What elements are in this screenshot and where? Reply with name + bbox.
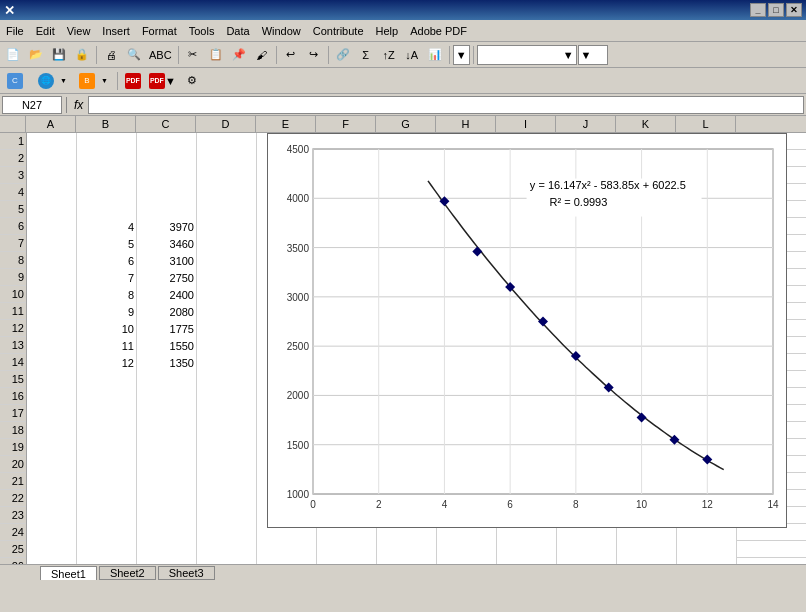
col-header-l[interactable]: L bbox=[676, 116, 736, 132]
cell-b7[interactable]: 5 bbox=[77, 235, 137, 252]
col-header-i[interactable]: I bbox=[496, 116, 556, 132]
cell-d3[interactable] bbox=[197, 167, 257, 184]
cell-a17[interactable] bbox=[27, 405, 77, 422]
cell-l26[interactable] bbox=[677, 558, 737, 564]
cell-a7[interactable] bbox=[27, 235, 77, 252]
row-num-18[interactable]: 18 bbox=[0, 422, 26, 439]
cell-d6[interactable] bbox=[197, 218, 257, 235]
cell-c25[interactable] bbox=[137, 541, 197, 558]
cell-c4[interactable] bbox=[137, 184, 197, 201]
cell-c14[interactable]: 1350 bbox=[137, 354, 197, 371]
cell-b6[interactable]: 4 bbox=[77, 218, 137, 235]
cell-d10[interactable] bbox=[197, 286, 257, 303]
cell-c23[interactable] bbox=[137, 507, 197, 524]
cell-b22[interactable] bbox=[77, 490, 137, 507]
row-num-4[interactable]: 4 bbox=[0, 184, 26, 201]
cell-d25[interactable] bbox=[197, 541, 257, 558]
format-painter[interactable]: 🖌 bbox=[251, 44, 273, 66]
cell-d23[interactable] bbox=[197, 507, 257, 524]
formula-input[interactable] bbox=[88, 96, 804, 114]
menu-help[interactable]: Help bbox=[370, 20, 405, 41]
new-button[interactable]: 📄 bbox=[2, 44, 24, 66]
cell-k26[interactable] bbox=[617, 558, 677, 564]
row-num-2[interactable]: 2 bbox=[0, 150, 26, 167]
open-in-contribute-button[interactable]: C bbox=[2, 70, 31, 92]
cell-d22[interactable] bbox=[197, 490, 257, 507]
row-num-17[interactable]: 17 bbox=[0, 405, 26, 422]
cell-d9[interactable] bbox=[197, 269, 257, 286]
cell-c10[interactable]: 2400 bbox=[137, 286, 197, 303]
open-button[interactable]: 📂 bbox=[25, 44, 47, 66]
cell-b12[interactable]: 10 bbox=[77, 320, 137, 337]
cell-d13[interactable] bbox=[197, 337, 257, 354]
menu-file[interactable]: File bbox=[0, 20, 30, 41]
row-num-7[interactable]: 7 bbox=[0, 235, 26, 252]
cell-d14[interactable] bbox=[197, 354, 257, 371]
cell-c5[interactable] bbox=[137, 201, 197, 218]
row-num-8[interactable]: 8 bbox=[0, 252, 26, 269]
zoom-dropdown[interactable]: ▼ bbox=[453, 45, 470, 65]
cell-a16[interactable] bbox=[27, 388, 77, 405]
cell-d8[interactable] bbox=[197, 252, 257, 269]
cell-f26[interactable] bbox=[317, 558, 377, 564]
pdf-button2[interactable]: PDF ▼ bbox=[146, 70, 179, 92]
cell-a6[interactable] bbox=[27, 218, 77, 235]
cell-d7[interactable] bbox=[197, 235, 257, 252]
publish-website-button[interactable]: 🌐 ▼ bbox=[33, 70, 72, 92]
cell-c1[interactable] bbox=[137, 133, 197, 150]
cell-c19[interactable] bbox=[137, 439, 197, 456]
name-box[interactable]: N27 bbox=[2, 96, 62, 114]
col-header-k[interactable]: K bbox=[616, 116, 676, 132]
menu-edit[interactable]: Edit bbox=[30, 20, 61, 41]
cell-k25[interactable] bbox=[617, 541, 677, 558]
col-header-e[interactable]: E bbox=[256, 116, 316, 132]
row-num-24[interactable]: 24 bbox=[0, 524, 26, 541]
cell-a9[interactable] bbox=[27, 269, 77, 286]
menu-data[interactable]: Data bbox=[220, 20, 255, 41]
cell-b18[interactable] bbox=[77, 422, 137, 439]
col-header-h[interactable]: H bbox=[436, 116, 496, 132]
cell-d26[interactable] bbox=[197, 558, 257, 564]
row-num-23[interactable]: 23 bbox=[0, 507, 26, 524]
cell-c24[interactable] bbox=[137, 524, 197, 541]
cell-c12[interactable]: 1775 bbox=[137, 320, 197, 337]
cell-b3[interactable] bbox=[77, 167, 137, 184]
cell-c20[interactable] bbox=[137, 456, 197, 473]
cell-d12[interactable] bbox=[197, 320, 257, 337]
cell-a24[interactable] bbox=[27, 524, 77, 541]
cell-g25[interactable] bbox=[377, 541, 437, 558]
sheet-tab-1[interactable]: Sheet1 bbox=[40, 566, 97, 580]
cell-c13[interactable]: 1550 bbox=[137, 337, 197, 354]
cell-a20[interactable] bbox=[27, 456, 77, 473]
cell-a21[interactable] bbox=[27, 473, 77, 490]
cell-c7[interactable]: 3460 bbox=[137, 235, 197, 252]
col-header-a[interactable]: A bbox=[26, 116, 76, 132]
cell-b1[interactable] bbox=[77, 133, 137, 150]
row-num-21[interactable]: 21 bbox=[0, 473, 26, 490]
cell-b26[interactable] bbox=[77, 558, 137, 564]
fontsize-dropdown[interactable]: ▼ bbox=[578, 45, 608, 65]
cell-b23[interactable] bbox=[77, 507, 137, 524]
cut-button[interactable]: ✂ bbox=[182, 44, 204, 66]
cell-d1[interactable] bbox=[197, 133, 257, 150]
cell-b20[interactable] bbox=[77, 456, 137, 473]
close-button[interactable]: ✕ bbox=[786, 3, 802, 17]
spell-button[interactable]: ABC bbox=[146, 44, 175, 66]
cell-b14[interactable]: 12 bbox=[77, 354, 137, 371]
undo-button[interactable]: ↩ bbox=[280, 44, 302, 66]
cell-c9[interactable]: 2750 bbox=[137, 269, 197, 286]
cell-c26[interactable] bbox=[137, 558, 197, 564]
row-num-10[interactable]: 10 bbox=[0, 286, 26, 303]
cell-a22[interactable] bbox=[27, 490, 77, 507]
cell-h26[interactable] bbox=[437, 558, 497, 564]
row-num-1[interactable]: 1 bbox=[0, 133, 26, 150]
minimize-button[interactable]: _ bbox=[750, 3, 766, 17]
cell-b15[interactable] bbox=[77, 371, 137, 388]
cell-i26[interactable] bbox=[497, 558, 557, 564]
menu-window[interactable]: Window bbox=[256, 20, 307, 41]
row-num-26[interactable]: 26 bbox=[0, 558, 26, 564]
sort-asc-button[interactable]: ↑Z bbox=[378, 44, 400, 66]
cell-b2[interactable] bbox=[77, 150, 137, 167]
cell-c15[interactable] bbox=[137, 371, 197, 388]
menu-format[interactable]: Format bbox=[136, 20, 183, 41]
